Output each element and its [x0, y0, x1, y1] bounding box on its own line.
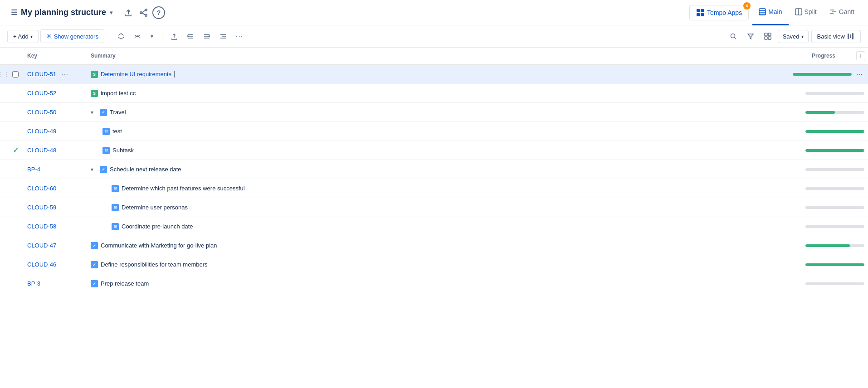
- svg-line-4: [142, 13, 145, 15]
- svg-line-28: [734, 37, 736, 39]
- progress-bar-container: [805, 225, 864, 228]
- tab-main[interactable]: Main: [752, 0, 788, 25]
- issue-icon-story: S: [91, 90, 98, 97]
- row-key[interactable]: CLOUD-51 ⋯: [24, 70, 87, 78]
- upload-button[interactable]: [167, 29, 181, 44]
- tempo-apps-label: Tempo Apps: [707, 9, 742, 16]
- row-progress: [786, 168, 868, 171]
- summary-text: test: [112, 128, 122, 135]
- summary-text: Schedule next release date: [110, 166, 181, 173]
- table-row: CLOUD-46 ✓ Define responsibilities for t…: [0, 255, 868, 274]
- add-column-button[interactable]: +: [856, 51, 865, 60]
- unindent-button[interactable]: [216, 29, 230, 44]
- summary-text: Prep release team: [101, 280, 149, 287]
- row-key[interactable]: CLOUD-50: [24, 109, 87, 116]
- row-menu-button[interactable]: ⋯: [60, 70, 70, 78]
- toolbar: + Add ▾ ✳ Show generators ▾ ···: [0, 25, 868, 48]
- group-button[interactable]: [761, 29, 775, 44]
- row-checkbox[interactable]: [7, 71, 24, 78]
- summary-link[interactable]: Determine UI requirements: [101, 71, 171, 78]
- tab-split[interactable]: Split: [789, 0, 823, 25]
- add-button[interactable]: + Add ▾: [7, 30, 39, 43]
- show-generators-button[interactable]: ✳ Show generators: [40, 29, 104, 43]
- help-button[interactable]: ?: [152, 6, 165, 19]
- progress-bar-fill: [805, 111, 835, 114]
- progress-bar-container: [805, 149, 864, 152]
- row-summary-menu[interactable]: ⋯: [854, 70, 864, 78]
- search-button[interactable]: [726, 29, 741, 44]
- tab-gantt[interactable]: Gantt: [823, 0, 861, 25]
- split-tab-icon: [795, 8, 802, 15]
- row-check-input[interactable]: [12, 71, 19, 78]
- gantt-tab-icon: [829, 8, 837, 15]
- row-summary: ✓ Communicate with Marketing for go-live…: [87, 242, 786, 249]
- more-expand-button[interactable]: ▾: [146, 29, 157, 44]
- table-row: CLOUD-49 ⊡ test: [0, 122, 868, 141]
- summary-text: Subtask: [112, 147, 134, 154]
- summary-text: Determine which past features were succe…: [122, 185, 245, 192]
- table-row: BP-4 ▾ ✓ Schedule next release date: [0, 160, 868, 179]
- svg-rect-7: [697, 13, 700, 16]
- row-progress: [786, 206, 868, 209]
- progress-bar-container: [805, 244, 864, 247]
- table-row: CLOUD-60 ⊡ Determine which past features…: [0, 179, 868, 198]
- col-key-header: Key: [24, 53, 87, 59]
- summary-text: import test cc: [101, 90, 136, 97]
- more-actions-button[interactable]: ···: [232, 29, 247, 44]
- expand-arrow[interactable]: ▾: [91, 109, 97, 116]
- saved-label: Saved: [783, 33, 800, 40]
- col-summary-header: Summary: [87, 53, 772, 59]
- svg-rect-31: [765, 37, 767, 39]
- progress-bar-container: [805, 130, 864, 133]
- basic-view-button[interactable]: Basic view: [811, 30, 861, 43]
- row-key[interactable]: CLOUD-60: [24, 185, 87, 192]
- progress-bar-container: [793, 73, 852, 76]
- progress-bar-container: [805, 187, 864, 190]
- row-key[interactable]: CLOUD-48: [24, 147, 87, 154]
- row-key[interactable]: CLOUD-59: [24, 204, 87, 211]
- col-progress-header: Progress: [772, 53, 853, 59]
- row-key[interactable]: CLOUD-49: [24, 128, 87, 135]
- table-row: ✓ CLOUD-48 ⊡ Subtask: [0, 141, 868, 160]
- row-key[interactable]: CLOUD-52: [24, 90, 87, 97]
- share-button[interactable]: [137, 6, 151, 19]
- progress-bar-fill: [805, 149, 864, 152]
- export-button[interactable]: [122, 6, 135, 19]
- expand-arrow[interactable]: ▾: [91, 166, 97, 173]
- app-title-button[interactable]: ☰ My planning structure ▾: [7, 6, 116, 19]
- row-progress: [786, 263, 868, 266]
- row-summary: ⊡ Determine user personas: [87, 204, 786, 211]
- progress-bar-fill: [805, 263, 864, 266]
- row-key[interactable]: CLOUD-58: [24, 223, 87, 230]
- svg-rect-29: [765, 33, 767, 36]
- progress-bar-container: [805, 263, 864, 266]
- more-expand-icon: ▾: [151, 33, 153, 39]
- app-title: My planning structure: [21, 8, 106, 17]
- view-bars-icon: [848, 33, 855, 39]
- expand-all-button[interactable]: [114, 29, 128, 44]
- row-summary: ▾ ✓ Schedule next release date: [87, 166, 786, 173]
- row-checkbox[interactable]: ✓: [7, 146, 24, 155]
- saved-button[interactable]: Saved ▾: [778, 30, 809, 43]
- svg-rect-32: [768, 37, 771, 39]
- indent-right-button[interactable]: [183, 29, 198, 44]
- row-key[interactable]: BP-4: [24, 166, 87, 173]
- add-chevron-icon: ▾: [30, 34, 33, 39]
- row-drag-handle[interactable]: ⋮⋮: [0, 71, 7, 78]
- row-key[interactable]: BP-3: [24, 280, 87, 287]
- row-key[interactable]: CLOUD-47: [24, 242, 87, 249]
- svg-rect-5: [697, 9, 700, 12]
- filter-button[interactable]: [743, 29, 758, 44]
- tempo-apps-button[interactable]: Tempo Apps ♛: [689, 5, 749, 20]
- table-row: CLOUD-52 S import test cc: [0, 84, 868, 103]
- generators-label: Show generators: [54, 33, 98, 40]
- header-action-icons: ?: [122, 6, 165, 19]
- collapse-all-button[interactable]: [130, 29, 145, 44]
- issue-icon-task: ✓: [91, 242, 98, 249]
- row-key[interactable]: CLOUD-46: [24, 261, 87, 268]
- toolbar-separator-2: [162, 32, 162, 41]
- indent-left-button[interactable]: [200, 29, 214, 44]
- unindent-icon: [219, 33, 227, 40]
- issue-icon-subtask: ⊡: [102, 128, 110, 135]
- indent-left-icon: [203, 33, 210, 40]
